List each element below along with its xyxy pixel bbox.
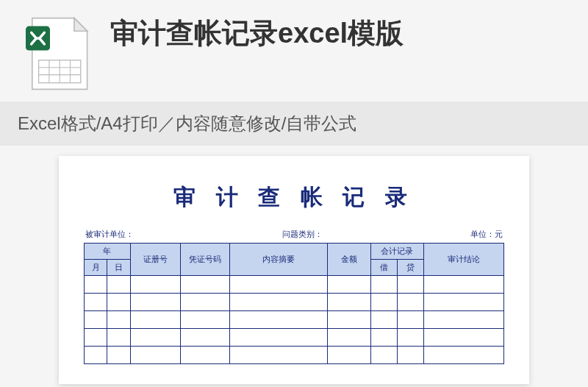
document-title: 审 计 查 帐 记 录: [84, 182, 504, 213]
document-meta-row: 被审计单位： 问题类别： 单位：元: [84, 229, 504, 240]
th-credit: 贷: [397, 260, 423, 276]
th-summary: 内容摘要: [230, 244, 328, 276]
th-day: 日: [107, 260, 130, 276]
unit-label: 单位：元: [470, 229, 503, 240]
table-row: [85, 329, 504, 347]
table-row: [85, 294, 504, 311]
audit-table: 年 证册号 凭证号码 内容摘要 金额 会计记录 审计结论 月 日 借 贷: [84, 243, 504, 364]
th-accounting-record: 会计记录: [370, 244, 424, 260]
table-row: [85, 276, 504, 294]
page-title: 审计查帐记录excel模版: [110, 15, 570, 52]
th-year: 年: [85, 244, 131, 260]
issue-type-label: 问题类别：: [282, 229, 323, 240]
subtitle-bar: Excel格式/A4打印／内容随意修改/自带公式: [0, 102, 588, 146]
table-header: 年 证册号 凭证号码 内容摘要 金额 会计记录 审计结论 月 日 借 贷: [85, 244, 504, 276]
document-preview-wrapper: 审 计 查 帐 记 录 被审计单位： 问题类别： 单位：元 年 证册号 凭证号码…: [0, 146, 588, 384]
table-row: [85, 311, 504, 329]
th-month: 月: [85, 260, 107, 276]
subtitle-text: Excel格式/A4打印／内容随意修改/自带公式: [18, 113, 356, 133]
th-amount: 金额: [328, 244, 370, 276]
table-body: [85, 276, 504, 364]
title-area: 审计查帐记录excel模版: [110, 13, 570, 58]
excel-file-icon: [18, 13, 98, 94]
th-voucher-code: 凭证号码: [180, 244, 230, 276]
audited-unit-label: 被审计单位：: [85, 229, 134, 240]
th-conclusion: 审计结论: [424, 244, 504, 276]
th-debit: 借: [370, 260, 397, 276]
table-row: [85, 347, 504, 364]
header: 审计查帐记录excel模版: [0, 0, 588, 102]
th-voucher-no: 证册号: [130, 244, 180, 276]
document-preview: 审 计 查 帐 记 录 被审计单位： 问题类别： 单位：元 年 证册号 凭证号码…: [59, 156, 529, 384]
